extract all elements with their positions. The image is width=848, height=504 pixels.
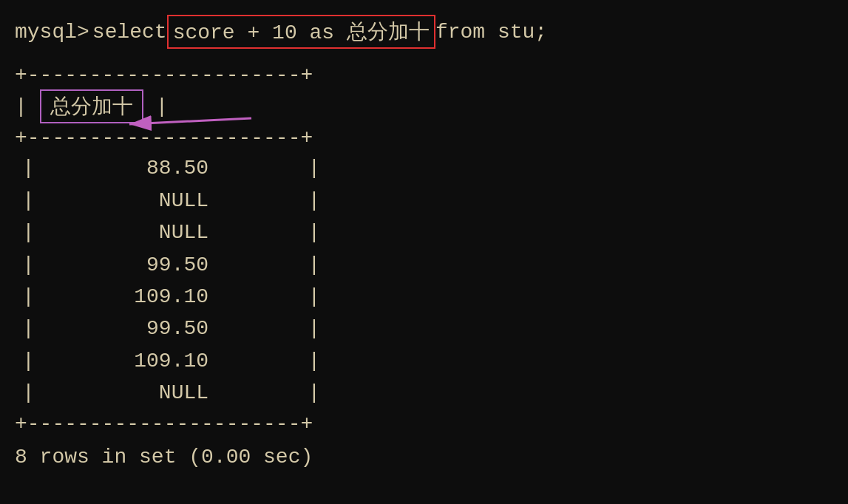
- highlighted-expression: score + 10 as 总分加十: [167, 15, 435, 49]
- table-row: | NULL |: [15, 377, 320, 409]
- table-row: | 109.10 |: [15, 281, 320, 313]
- table-separator: +----------------------+: [15, 123, 320, 152]
- mysql-prompt: mysql>: [15, 21, 89, 44]
- table-row: | 99.50 |: [15, 313, 320, 344]
- table-top-border: +----------------------+: [15, 61, 320, 89]
- table-row: | 109.10 |: [15, 345, 320, 377]
- terminal-window: mysql> select score + 10 as 总分加十 from st…: [0, 0, 848, 483]
- cmd-from: from stu;: [435, 21, 547, 44]
- table-row: | NULL |: [15, 217, 320, 248]
- table-header-row: | 总分加十 |: [15, 89, 320, 123]
- query-result-table: +----------------------+ | 总分加十 | +-----…: [15, 61, 320, 438]
- table-row: | 99.50 |: [15, 249, 320, 281]
- table-bottom-border: +----------------------+: [15, 409, 320, 438]
- table-data-rows: | 88.50 || NULL || NULL || 99.50 || 109.…: [15, 152, 320, 409]
- result-summary: 8 rows in set (0.00 sec): [15, 446, 833, 469]
- cmd-select: select: [92, 21, 167, 44]
- table-row: | 88.50 |: [15, 152, 320, 184]
- command-line: mysql> select score + 10 as 总分加十 from st…: [15, 15, 833, 49]
- column-header-label: 总分加十: [40, 89, 143, 123]
- table-row: | NULL |: [15, 185, 320, 217]
